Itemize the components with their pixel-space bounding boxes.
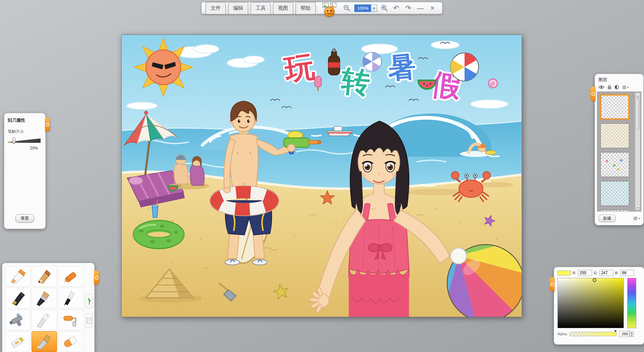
plant-brush-icon[interactable]	[86, 294, 93, 308]
color-cursor[interactable]	[593, 278, 596, 282]
red-value-field[interactable]	[578, 270, 592, 276]
menu-view[interactable]: 视图	[273, 2, 293, 14]
panel-tab-handle[interactable]	[549, 277, 554, 291]
saturation-value-box[interactable]	[557, 278, 624, 328]
beach-ball-art	[447, 244, 522, 317]
zoom-in-button[interactable]	[379, 3, 390, 13]
redo-button[interactable]: ↷	[402, 3, 414, 13]
drawing-canvas[interactable]: 玩 玩 转 转 暑 暑 假 假	[121, 35, 522, 317]
tool-fountain-pen[interactable]	[5, 288, 31, 308]
blue-value-field[interactable]	[620, 270, 634, 276]
green-label: G:	[594, 271, 598, 275]
menu-file[interactable]: 文件	[206, 2, 226, 14]
sun-art	[134, 38, 193, 97]
tool-paint-brush[interactable]	[32, 288, 57, 308]
mascot-icon	[324, 6, 335, 17]
tool-paint-roller[interactable]	[58, 309, 84, 330]
tool-scraper-knife[interactable]	[32, 331, 57, 352]
toolbar-separator	[294, 5, 294, 11]
app-logo[interactable]	[320, 2, 339, 14]
menu-help[interactable]: 帮助	[296, 2, 316, 14]
svg-text:玩: 玩	[282, 50, 317, 87]
alpha-slider[interactable]	[570, 332, 616, 336]
alpha-marker[interactable]	[614, 330, 617, 332]
card-icon[interactable]	[86, 313, 93, 328]
menu-icon[interactable]: ▾	[622, 85, 629, 89]
scroll-up-button[interactable]: ▲	[636, 93, 640, 98]
new-layer-button[interactable]: 新建	[598, 215, 616, 222]
tool-ink-brush[interactable]	[58, 288, 84, 308]
chevron-down-icon: ▾	[627, 86, 629, 89]
lock-icon[interactable]	[607, 85, 611, 90]
tool-eraser[interactable]	[58, 331, 84, 352]
eye-icon[interactable]	[598, 85, 604, 89]
layer-menu-button[interactable]: ▾	[633, 217, 640, 220]
hue-bar[interactable]	[627, 278, 636, 328]
layer-thumbnail-3[interactable]	[600, 152, 629, 177]
alpha-label: Alpha	[557, 332, 567, 336]
alpha-row: Alpha ▲ ▼	[557, 331, 641, 337]
blue-label: B:	[615, 271, 619, 275]
layer-list-scrollbar[interactable]: ▲ ▼	[635, 93, 640, 211]
brush-size-slider[interactable]	[8, 137, 41, 143]
reset-button[interactable]: 重置	[15, 214, 34, 223]
tool-side-strip	[86, 294, 93, 328]
layer-thumbnail-2[interactable]	[600, 123, 629, 148]
chevron-down-icon[interactable]: ▾	[371, 5, 377, 12]
chevron-down-icon: ▾	[639, 217, 640, 220]
scrollbar-thumb[interactable]	[636, 99, 639, 130]
layers-toolbar: ▾	[597, 83, 641, 92]
undo-button[interactable]: ↶	[390, 3, 402, 13]
layers-panel-title: 图层	[597, 76, 641, 83]
contrast-icon[interactable]	[614, 85, 619, 90]
brush-size-value: 20%	[8, 146, 42, 151]
panel-tab-handle[interactable]	[94, 271, 99, 285]
alpha-spinner: ▲ ▼	[619, 331, 634, 337]
red-label: R:	[573, 271, 576, 275]
beach-illustration: 玩 玩 转 转 暑 暑 假 假	[122, 35, 522, 317]
menu-tools[interactable]: 工具	[251, 2, 271, 14]
slider-handle[interactable]	[12, 137, 15, 143]
close-button[interactable]: ×	[427, 3, 438, 13]
tool-palette-panel	[2, 263, 95, 352]
tool-spray-gun[interactable]	[5, 309, 31, 330]
toolbar-separator	[272, 5, 272, 11]
panel-tab-handle[interactable]	[45, 117, 50, 131]
zoom-out-button[interactable]	[341, 3, 352, 13]
layer-thumbnail-1[interactable]	[600, 95, 629, 119]
color-values-row: R: G: B:	[557, 270, 641, 276]
current-color-swatch[interactable]	[557, 271, 571, 276]
layers-panel: 图层 ▾ ▲ ▼ 新建 ▾	[595, 74, 644, 225]
alpha-value-field[interactable]	[619, 331, 629, 337]
minimize-button[interactable]: —	[415, 3, 426, 13]
layer-thumbnail-4[interactable]	[600, 181, 629, 206]
layer-thumbnail-5[interactable]	[600, 210, 629, 212]
brush-size-label: 笔触大小	[8, 129, 42, 134]
tool-paint-tube[interactable]	[5, 331, 31, 352]
main-toolbar: 文件 编辑 工具 视图 帮助	[201, 2, 442, 14]
color-picker-main	[557, 278, 641, 328]
alpha-down-button[interactable]: ▼	[629, 334, 634, 337]
tool-pencil[interactable]	[32, 266, 57, 287]
toolbar-separator	[227, 5, 227, 11]
tool-palette-knife[interactable]	[32, 309, 57, 330]
zoom-level-combobox[interactable]: 100% ▾	[354, 4, 377, 12]
panel-title: 刮刀属性	[8, 117, 42, 123]
scraper-properties-panel: 刮刀属性 笔触大小 20% 重置	[4, 113, 46, 229]
zoom-value[interactable]: 100%	[355, 5, 371, 12]
scroll-down-button[interactable]: ▼	[636, 205, 640, 210]
app-background: 文件 编辑 工具 视图 帮助	[0, 0, 644, 352]
tool-crayon[interactable]	[58, 266, 84, 287]
svg-text:暑: 暑	[386, 50, 417, 84]
toolbar-separator	[249, 5, 250, 11]
color-picker-panel: R: G: B: Alpha ▲ ▼	[554, 267, 644, 345]
alpha-up-button[interactable]: ▲	[629, 331, 634, 334]
tool-grid	[5, 266, 84, 352]
toolbar-separator	[317, 5, 317, 11]
green-value-field[interactable]	[599, 270, 613, 276]
tool-cone-airbrush[interactable]	[5, 266, 31, 287]
layer-list: ▲ ▼	[597, 92, 641, 212]
panel-tab-handle[interactable]	[590, 87, 595, 101]
layers-footer: 新建 ▾	[597, 212, 641, 223]
menu-edit[interactable]: 编辑	[228, 2, 248, 14]
